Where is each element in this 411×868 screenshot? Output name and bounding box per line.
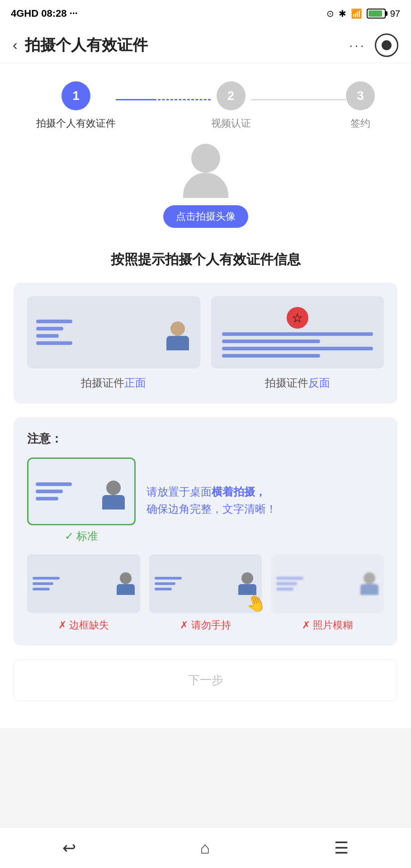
back-line-4	[222, 354, 320, 358]
good-card	[27, 458, 136, 525]
g-line-2	[36, 490, 63, 493]
b2-line-2	[155, 582, 175, 585]
step-2-circle: 2	[217, 81, 246, 110]
id-card-front-preview	[27, 296, 200, 368]
header-left: ‹ 拍摄个人有效证件	[13, 35, 148, 56]
g-body	[102, 495, 125, 509]
page-title: 拍摄个人有效证件	[25, 35, 148, 56]
step-3: 3 签约	[346, 81, 375, 130]
good-card-lines	[36, 482, 72, 500]
good-example: ✓ 标准	[27, 458, 136, 543]
step-3-label: 签约	[350, 117, 370, 130]
bluetooth-icon: ✱	[339, 8, 346, 19]
bottom-text: 下一步	[188, 672, 223, 688]
id-front-person	[164, 314, 191, 350]
back-line-3	[222, 347, 373, 350]
id-line-4	[36, 341, 72, 345]
nav-menu-button[interactable]: ☰	[334, 839, 349, 858]
header-right: ···	[349, 33, 398, 57]
connector-1-2	[116, 99, 211, 113]
bad-hand-lines	[155, 577, 182, 590]
battery-text: 97	[390, 9, 400, 19]
back-button[interactable]: ‹	[13, 37, 18, 53]
back-line-2	[222, 340, 320, 343]
bad-item-blur: ✗ 照片模糊	[271, 554, 384, 632]
notice-bad: ✗ 边框缺失 🤚 ✗ 请勿手持	[27, 554, 384, 632]
step-indicator: 1 拍摄个人有效证件 2 视频认证 3	[0, 63, 411, 135]
bad-item-hand: 🤚 ✗ 请勿手持	[149, 554, 262, 632]
step-1-circle: 1	[61, 81, 90, 110]
take-photo-button[interactable]: 点击拍摄头像	[163, 205, 248, 228]
b2-line-1	[155, 577, 182, 580]
g-head	[106, 481, 121, 495]
g-line-1	[36, 482, 72, 486]
avatar-placeholder	[179, 139, 233, 198]
scan-button[interactable]	[375, 33, 398, 57]
g-line-3	[36, 497, 58, 500]
b1-line-3	[33, 588, 50, 590]
id-back-lines	[218, 332, 377, 358]
page-header: ‹ 拍摄个人有效证件 ···	[0, 27, 411, 63]
connector-2-3	[251, 99, 346, 113]
id-back-label: 拍摄证件反面	[265, 376, 330, 390]
nav-back-button[interactable]: ↩	[62, 839, 76, 858]
more-button[interactable]: ···	[349, 38, 366, 53]
b1-line-1	[33, 577, 60, 580]
good-label: ✓ 标准	[65, 529, 99, 543]
avatar-section: 点击拍摄头像	[0, 135, 411, 241]
nav-home-button[interactable]: ⌂	[200, 839, 210, 858]
id-front-lines	[36, 320, 72, 345]
location-icon: ⊙	[326, 8, 334, 19]
notice-good: ✓ 标准 请放置于桌面横着拍摄，确保边角完整，文字清晰！	[27, 458, 384, 543]
avatar-head	[191, 144, 220, 173]
id-card-back[interactable]: ☆ 拍摄证件反面	[211, 296, 384, 390]
b2-line-3	[155, 588, 172, 590]
back-line-1	[222, 332, 373, 336]
bad-card-blur	[271, 554, 384, 613]
status-icons: ⊙ ✱ 📶 97	[326, 8, 400, 19]
step-1-label: 拍摄个人有效证件	[36, 117, 116, 130]
good-card-person	[100, 473, 127, 509]
bad-label-border: ✗ 边框缺失	[58, 618, 109, 632]
step-1: 1 拍摄个人有效证件	[36, 81, 116, 130]
battery-indicator	[367, 9, 386, 19]
bad-card-hand: 🤚	[149, 554, 262, 613]
b2-body	[238, 584, 256, 595]
bottom-action[interactable]: 下一步	[14, 659, 397, 701]
wifi-icon: 📶	[351, 8, 362, 19]
status-time: 4GHD 08:28 ···	[11, 8, 78, 19]
nav-bar: ↩ ⌂ ☰	[0, 827, 411, 868]
instructions-title: 按照提示拍摄个人有效证件信息	[0, 241, 411, 283]
notice-section: 注意： ✓ 标准	[14, 417, 397, 646]
notice-title: 注意：	[27, 431, 384, 447]
id-person-head	[170, 321, 185, 336]
b2-head	[241, 572, 253, 584]
id-front-label: 拍摄证件正面	[81, 376, 146, 390]
bad-card-border	[27, 554, 140, 613]
id-person-body	[166, 336, 189, 350]
b1-head	[120, 572, 132, 584]
b1-body	[117, 584, 135, 595]
id-card-front[interactable]: 拍摄证件正面	[27, 296, 200, 390]
bad-label-blur: ✗ 照片模糊	[302, 618, 353, 632]
bad-hand-person	[238, 572, 256, 595]
main-content: 1 拍摄个人有效证件 2 视频认证 3	[0, 63, 411, 728]
b1-line-2	[33, 582, 53, 585]
step-3-circle: 3	[346, 81, 375, 110]
id-line-1	[36, 320, 72, 323]
status-bar: 4GHD 08:28 ··· ⊙ ✱ 📶 97	[0, 0, 411, 27]
scan-inner-icon	[382, 40, 392, 50]
avatar-body	[183, 173, 228, 198]
bad-item-border: ✗ 边框缺失	[27, 554, 140, 632]
id-line-3	[36, 334, 59, 338]
id-line-2	[36, 327, 63, 330]
bad-border-lines	[33, 577, 60, 590]
id-cards-section: 拍摄证件正面 ☆ 拍摄证件反面	[14, 283, 397, 404]
id-card-back-preview: ☆	[211, 296, 384, 368]
national-emblem-icon: ☆	[287, 307, 308, 329]
bad-border-person	[117, 572, 135, 595]
notice-text: 请放置于桌面横着拍摄，确保边角完整，文字清晰！	[146, 483, 384, 518]
bad-label-hand: ✗ 请勿手持	[180, 618, 231, 632]
step-2: 2 视频认证	[211, 81, 251, 130]
step-2-label: 视频认证	[211, 117, 251, 130]
